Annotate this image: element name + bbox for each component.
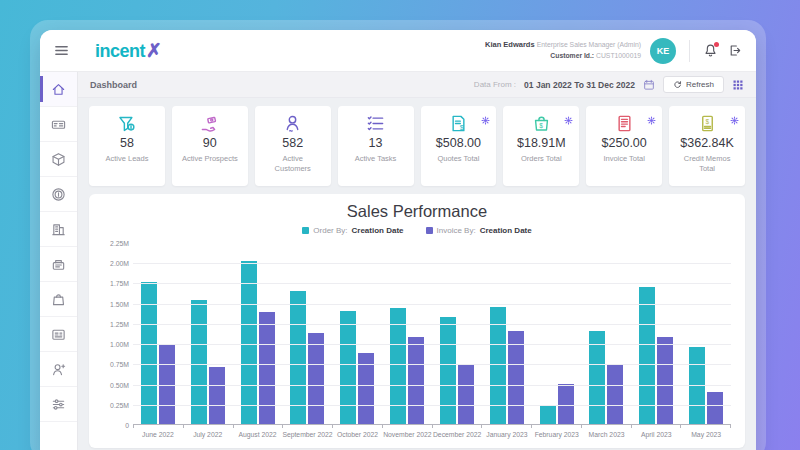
x-tick-label: October 2022 (333, 428, 383, 438)
page-header-bar: Dashboard Data From : 01 Jan 2022 To 31 … (78, 72, 756, 98)
kpi-card-active-customers[interactable]: 582Active Customers (255, 106, 331, 186)
y-tick-label: 0.25M (110, 401, 129, 408)
refresh-label: Refresh (686, 80, 714, 89)
legend-prefix: Order By: (313, 226, 347, 235)
sidebar-nav (40, 72, 78, 450)
sales-performance-panel: Sales Performance Order By: Creation Dat… (89, 194, 745, 448)
notifications-bell-icon[interactable] (703, 43, 718, 58)
crm-icon (51, 117, 66, 132)
kpi-value: 58 (120, 136, 134, 150)
calendar-icon[interactable] (643, 79, 655, 91)
user-role: Enterprise Sales Manager (Admin) (537, 41, 641, 48)
logout-icon[interactable] (727, 43, 742, 58)
avatar[interactable]: KE (650, 38, 676, 64)
x-tick-label: August 2022 (233, 428, 283, 438)
x-tick-label: February 2023 (532, 428, 582, 438)
chart-plot-area (133, 243, 731, 425)
sidebar-item-orders[interactable] (40, 282, 77, 317)
kpi-card-invoice-total[interactable]: $250.00Invoice Total (586, 106, 662, 186)
bar-invoice-by-may-2023[interactable] (707, 392, 723, 424)
sidebar-item-settings[interactable] (40, 387, 77, 422)
hamburger-menu-icon[interactable] (54, 43, 69, 58)
sidebar-item-invoices[interactable] (40, 317, 77, 352)
sidebar-item-home[interactable] (40, 72, 77, 107)
bar-group-august-2022 (241, 243, 275, 424)
kpi-value: $18.91M (517, 136, 566, 150)
quote-doc-icon: $ (449, 114, 468, 133)
kpi-value: 13 (369, 136, 383, 150)
bar-invoice-by-april-2023[interactable] (657, 337, 673, 424)
gear-icon[interactable] (647, 111, 656, 129)
legend-item[interactable]: Invoice By: Creation Date (426, 226, 532, 235)
orders-bag-icon: $ (532, 114, 551, 133)
sidebar-item-prospects[interactable] (40, 352, 77, 387)
incentx-logo: incent✗ (95, 39, 161, 62)
package-icon (51, 152, 66, 167)
kpi-card-active-prospects[interactable]: 90Active Prospects (172, 106, 248, 186)
bar-order-by-december-2022[interactable] (440, 317, 456, 424)
kpi-card-orders-total[interactable]: $$18.91MOrders Total (503, 106, 579, 186)
bar-invoice-by-september-2022[interactable] (308, 333, 324, 424)
home-icon (51, 82, 66, 97)
legend-item[interactable]: Order By: Creation Date (302, 226, 403, 235)
kpi-card-credit-memos-total[interactable]: $$362.84KCredit Memos Total (669, 106, 745, 186)
refresh-button[interactable]: Refresh (663, 76, 724, 93)
kpi-label: Active Tasks (355, 154, 397, 164)
bar-order-by-august-2022[interactable] (241, 261, 257, 424)
bar-group-october-2022 (340, 243, 374, 424)
kpi-card-quotes-total[interactable]: $$508.00Quotes Total (421, 106, 497, 186)
kpi-card-active-leads[interactable]: 58Active Leads (89, 106, 165, 186)
gear-icon[interactable] (564, 111, 573, 129)
x-tick-label: September 2022 (282, 428, 332, 438)
header-divider (689, 40, 690, 62)
logo-text: incent (95, 41, 145, 61)
bar-invoice-by-july-2022[interactable] (209, 367, 225, 424)
bar-group-april-2023 (639, 243, 673, 424)
y-tick-label: 1.00M (110, 341, 129, 348)
sidebar-item-companies[interactable] (40, 212, 77, 247)
kpi-card-active-tasks[interactable]: 13Active Tasks (338, 106, 414, 186)
kpi-label: Quotes Total (437, 154, 479, 164)
y-tick-label: 0 (125, 422, 129, 429)
bar-group-february-2023 (540, 243, 574, 424)
page-title: Dashboard (90, 80, 137, 90)
legend-value: Creation Date (352, 226, 404, 235)
date-range-value[interactable]: 01 Jan 2022 To 31 Dec 2022 (524, 80, 635, 90)
gear-icon[interactable] (730, 111, 739, 129)
x-tick-label: April 2023 (631, 428, 681, 438)
bar-group-may-2023 (689, 243, 723, 424)
bar-group-july-2022 (191, 243, 225, 424)
bar-invoice-by-november-2022[interactable] (408, 337, 424, 424)
kpi-value: 90 (203, 136, 217, 150)
logo-x-mark: ✗ (146, 40, 161, 61)
sidebar-item-crm[interactable] (40, 107, 77, 142)
bar-order-by-november-2022[interactable] (390, 308, 406, 424)
x-tick-label: March 2023 (582, 428, 632, 438)
refresh-icon (673, 80, 682, 89)
invoice-doc-icon (615, 114, 634, 133)
y-tick-label: 2.00M (110, 260, 129, 267)
notification-dot (714, 42, 719, 47)
bar-group-september-2022 (290, 243, 324, 424)
bar-invoice-by-august-2022[interactable] (259, 312, 275, 424)
legend-prefix: Invoice By: (437, 226, 476, 235)
x-tick-label: December 2022 (432, 428, 482, 438)
widget-grid-icon[interactable] (732, 79, 744, 91)
y-tick-label: 1.50M (110, 300, 129, 307)
bar-order-by-may-2023[interactable] (689, 347, 705, 424)
tasks-icon (366, 114, 385, 133)
bar-order-by-april-2023[interactable] (639, 287, 655, 425)
sidebar-item-sales[interactable] (40, 247, 77, 282)
bar-invoice-by-december-2022[interactable] (458, 365, 474, 424)
bar-invoice-by-march-2023[interactable] (607, 364, 623, 424)
kpi-label: Active Leads (105, 154, 148, 164)
invoice-card-icon (51, 327, 66, 342)
bar-order-by-february-2023[interactable] (540, 405, 556, 424)
gridline (133, 283, 731, 284)
sidebar-item-pricing[interactable] (40, 177, 77, 212)
y-tick-label: 0.75M (110, 361, 129, 368)
bar-order-by-october-2022[interactable] (340, 311, 356, 424)
chart-title: Sales Performance (103, 202, 731, 221)
sidebar-item-products[interactable] (40, 142, 77, 177)
gear-icon[interactable] (481, 111, 490, 129)
